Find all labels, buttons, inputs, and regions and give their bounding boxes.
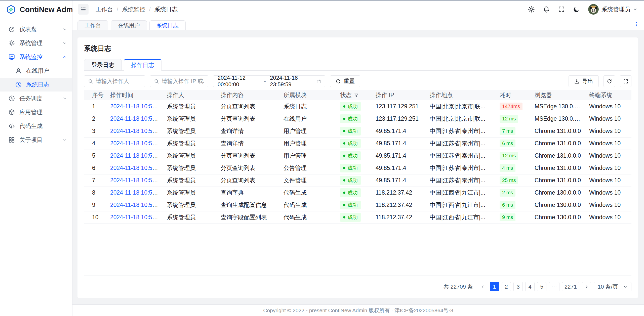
page-button-···[interactable]: ··· bbox=[549, 282, 559, 291]
duration-badge: 7 ms bbox=[500, 127, 515, 135]
status-dot-icon bbox=[343, 167, 345, 169]
sidebar-item-about-project[interactable]: 关于项目 bbox=[0, 133, 72, 147]
cube-icon bbox=[8, 109, 15, 116]
sidebar-item-system-log[interactable]: 系统日志 bbox=[0, 78, 72, 92]
cell-os: Windows 10 bbox=[585, 125, 631, 137]
bell-icon bbox=[543, 6, 550, 13]
sidebar-item-dashboard[interactable]: 仪表盘 bbox=[0, 22, 72, 36]
page-button-1[interactable]: 1 bbox=[490, 282, 499, 291]
sidebar-item-system-manage[interactable]: 系统管理 bbox=[0, 36, 72, 50]
cell-browser: Chrome 130.0.0.0 bbox=[531, 199, 585, 211]
date-range-picker[interactable]: 2024-11-12 00:00:00 - 2024-11-18 23:59:5… bbox=[213, 75, 325, 87]
gear-icon bbox=[528, 6, 535, 13]
cell-os: Windows 10 bbox=[585, 113, 631, 125]
cell-content: 查询详情 bbox=[217, 125, 279, 137]
column-header: 所属模块 bbox=[279, 90, 336, 100]
page-button-5[interactable]: 5 bbox=[537, 282, 546, 291]
cell-module: 用户管理 bbox=[279, 150, 336, 162]
status-dot-icon bbox=[343, 192, 345, 194]
cell-location: 中国|江西省|九江市|... bbox=[426, 199, 496, 211]
cell-module: 代码生成 bbox=[279, 187, 336, 199]
sidebar-item-label: 仪表盘 bbox=[19, 25, 62, 33]
tab-operation-log[interactable]: 操作日志 bbox=[124, 59, 162, 71]
time-link[interactable]: 2024-11-18 10:51:49 bbox=[110, 214, 163, 220]
status-dot-icon bbox=[343, 204, 345, 206]
dark-mode-button[interactable] bbox=[573, 6, 580, 13]
breadcrumb-separator: / bbox=[149, 6, 150, 13]
cell-browser: MSEdge 130.0.0.0 bbox=[531, 100, 585, 113]
tab-options-icon[interactable] bbox=[634, 21, 639, 27]
breadcrumb-item[interactable]: 系统监控 bbox=[122, 6, 145, 13]
cell-ip: 49.85.171.4 bbox=[372, 162, 426, 174]
time-link[interactable]: 2024-11-18 10:51:52 bbox=[110, 177, 163, 184]
sidebar-item-app-manage[interactable]: 应用管理 bbox=[0, 105, 72, 119]
code-icon bbox=[8, 123, 15, 129]
ip-search-input[interactable] bbox=[162, 78, 204, 84]
breadcrumb-item[interactable]: 系统日志 bbox=[154, 6, 178, 13]
search-icon bbox=[154, 79, 159, 84]
page-button-2271[interactable]: 2271 bbox=[562, 282, 579, 291]
cell-os: Windows 10 bbox=[585, 162, 631, 174]
sidebar-item-code-generate[interactable]: 代码生成 bbox=[0, 119, 72, 133]
refresh-icon bbox=[607, 79, 612, 84]
cell-location: 中国|江苏省|泰州市|... bbox=[426, 125, 496, 137]
cell-index: 7 bbox=[84, 174, 106, 187]
notifications-button[interactable] bbox=[543, 6, 550, 13]
next-page-button[interactable] bbox=[582, 282, 591, 291]
settings-icon bbox=[8, 40, 15, 47]
duration-badge: 6 ms bbox=[500, 140, 515, 147]
cell-index: 8 bbox=[84, 187, 106, 199]
fullscreen-icon bbox=[623, 79, 628, 84]
sidebar-item-online-user[interactable]: 在线用户 bbox=[0, 64, 72, 78]
cell-index: 2 bbox=[84, 113, 106, 125]
cell-index: 5 bbox=[84, 150, 106, 162]
operator-search-input[interactable] bbox=[96, 78, 141, 84]
cell-operator: 系统管理员 bbox=[163, 211, 217, 223]
cell-ip: 49.85.171.4 bbox=[372, 150, 426, 162]
page-button-3[interactable]: 3 bbox=[513, 282, 523, 291]
sidebar-collapse-button[interactable] bbox=[78, 4, 89, 15]
nav-tab-workbench[interactable]: 工作台 bbox=[77, 20, 108, 30]
table-fullscreen-button[interactable] bbox=[620, 75, 631, 87]
nav-tab-online-user[interactable]: 在线用户 bbox=[111, 20, 147, 30]
main-column: 工作台/系统监控/系统日志 bbox=[72, 1, 644, 316]
duration-badge: 2 ms bbox=[500, 189, 515, 197]
app-logo[interactable]: ContiNew Admin bbox=[0, 1, 72, 18]
tab-login-log[interactable]: 登录日志 bbox=[84, 59, 122, 71]
refresh-table-button[interactable] bbox=[603, 75, 615, 87]
page-button-2[interactable]: 2 bbox=[502, 282, 511, 291]
settings-button[interactable] bbox=[528, 6, 535, 13]
fullscreen-button[interactable] bbox=[558, 6, 565, 13]
breadcrumb-item[interactable]: 工作台 bbox=[96, 6, 113, 13]
cell-browser: Chrome 131.0.0.0 bbox=[531, 162, 585, 174]
sidebar-item-task-schedule[interactable]: 任务调度 bbox=[0, 92, 72, 105]
time-link[interactable]: 2024-11-18 10:52:55 bbox=[110, 103, 163, 110]
cell-status: 成功 bbox=[336, 100, 372, 113]
page-size-select[interactable]: 10 条/页 bbox=[594, 282, 631, 291]
status-dot-icon bbox=[343, 130, 345, 132]
cell-ip: 123.117.129.251 bbox=[372, 100, 426, 113]
time-link[interactable]: 2024-11-18 10:52:47 bbox=[110, 115, 163, 122]
reset-button[interactable]: 重置 bbox=[330, 75, 360, 87]
time-link[interactable]: 2024-11-18 10:51:53 bbox=[110, 165, 163, 171]
cell-location: 中国|北京|北京市|联... bbox=[426, 113, 496, 125]
nav-tab-system-log[interactable]: 系统日志 bbox=[149, 20, 186, 30]
time-link[interactable]: 2024-11-18 10:51:50 bbox=[110, 189, 163, 196]
cell-location: 中国|江苏省|泰州市|... bbox=[426, 150, 496, 162]
column-header: 操作地点 bbox=[426, 90, 496, 100]
time-link[interactable]: 2024-11-18 10:52:05 bbox=[110, 140, 163, 147]
sidebar-item-label: 系统日志 bbox=[26, 81, 67, 88]
sidebar-item-label: 系统管理 bbox=[19, 39, 62, 47]
cell-browser: Chrome 131.0.0.0 bbox=[531, 174, 585, 187]
time-link[interactable]: 2024-11-18 10:51:55 bbox=[110, 152, 163, 159]
column-header: 操作人 bbox=[163, 90, 217, 100]
sidebar-item-system-monitor[interactable]: 系统监控 bbox=[0, 50, 72, 64]
time-link[interactable]: 2024-11-18 10:52:12 bbox=[110, 128, 163, 134]
page-button-4[interactable]: 4 bbox=[525, 282, 535, 291]
time-link[interactable]: 2024-11-18 10:51:49 bbox=[110, 202, 163, 208]
export-button[interactable]: 导出 bbox=[569, 75, 599, 87]
table-row: 22024-11-18 10:52:47系统管理员分页查询列表在线用户成功123… bbox=[84, 113, 631, 125]
prev-page-button[interactable] bbox=[478, 282, 487, 291]
cell-content: 查询字典 bbox=[217, 187, 279, 199]
user-menu[interactable]: 系统管理员 bbox=[588, 4, 637, 15]
